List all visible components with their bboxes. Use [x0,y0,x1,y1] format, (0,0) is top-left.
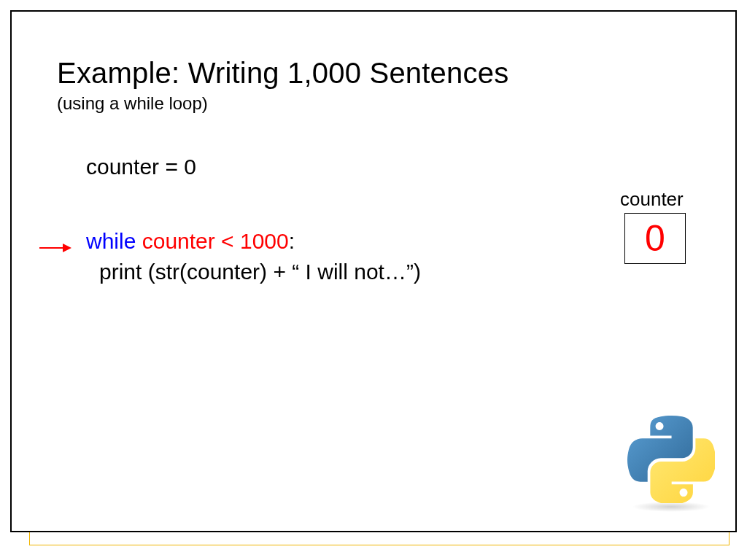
logo-shadow [632,502,711,512]
counter-label: counter [620,188,684,211]
counter-value: 0 [645,220,665,257]
counter-box: 0 [624,213,686,264]
slide-subtitle: (using a while loop) [57,93,208,114]
while-keyword: while [86,229,136,253]
python-logo-icon [627,416,715,503]
slide-title: Example: Writing 1,000 Sentences [57,57,508,90]
code-line-2: while counter < 1000: [86,229,295,254]
code-line-1: counter = 0 [86,155,196,179]
code-line-3: print (str(counter) + “ I will not…”) [99,260,421,284]
colon: : [289,229,295,253]
loop-condition: counter < 1000 [136,229,288,253]
execution-arrow-icon [39,241,71,254]
